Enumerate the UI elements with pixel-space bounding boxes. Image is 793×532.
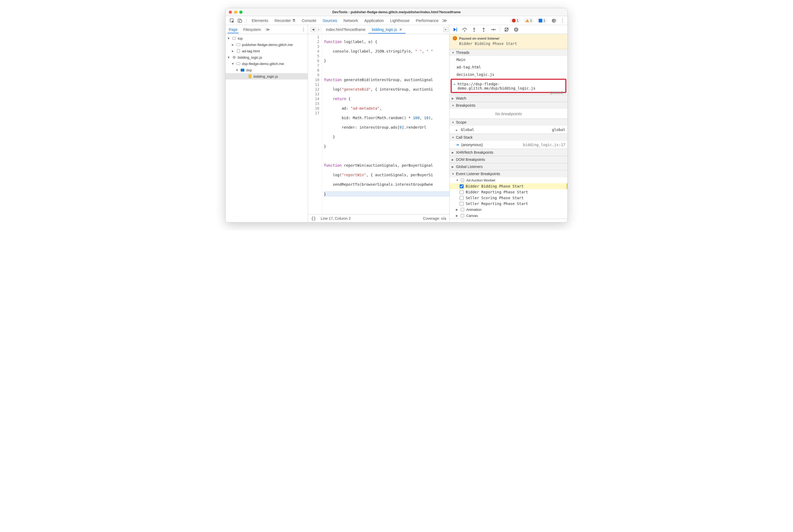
dom-bp-header[interactable]: ▶DOM Breakpoints: [450, 156, 567, 163]
tab-console[interactable]: Console: [299, 17, 319, 24]
main-area: Page Filesystem ≫ ⋮ ▼top ▶publisher-fled…: [226, 25, 567, 222]
scope-header[interactable]: ▼Scope: [450, 119, 567, 126]
watch-header[interactable]: ▶Watch: [450, 95, 567, 102]
deactivate-bp-icon[interactable]: [504, 27, 510, 33]
worklet-icon: ⚙: [232, 55, 236, 59]
tab-lighthouse[interactable]: Lighthouse: [388, 17, 412, 24]
xhr-bp-header[interactable]: ▶XHR/fetch Breakpoints: [450, 149, 567, 156]
checkbox-empty-icon[interactable]: [461, 214, 464, 217]
indeterminate-checkbox-icon[interactable]: −: [461, 178, 464, 182]
step-out-icon[interactable]: [481, 27, 487, 33]
section-scope: ▼Scope ▶ Globalglobal: [450, 119, 567, 134]
tab-elements[interactable]: Elements: [249, 17, 271, 24]
step-into-icon[interactable]: [471, 27, 477, 33]
elb-header[interactable]: ▼Event Listener Breakpoints: [450, 170, 567, 177]
elb-checkbox-3[interactable]: [460, 196, 464, 200]
editor-column: ◀ ▶ index.html?fencedframe bidding_logic…: [308, 25, 450, 222]
svg-point-7: [483, 31, 484, 32]
section-event-listener-bp: ▼Event Listener Breakpoints ▼−Ad Auction…: [450, 170, 567, 219]
elb-seller-scoring-start[interactable]: Seller Scoring Phase Start: [450, 195, 567, 201]
elb-checkbox-4[interactable]: [460, 202, 464, 206]
zoom-icon[interactable]: [239, 11, 243, 14]
tab-performance[interactable]: Performance: [413, 17, 441, 24]
tree-publisher-label: publisher-fledge-demo.glitch.me: [242, 43, 293, 47]
elb-item-4-label: Seller Reporting Phase Start: [466, 202, 528, 206]
editor-tab-index[interactable]: index.html?fencedframe: [323, 26, 369, 34]
device-toggle-icon[interactable]: [236, 17, 244, 24]
tab-network[interactable]: Network: [341, 17, 361, 24]
coverage-status: Coverage: n/a: [423, 216, 446, 221]
run-snippet-icon[interactable]: ▶: [443, 27, 448, 32]
elb-checkbox-2[interactable]: [460, 190, 464, 194]
editor-statusbar: {} Line 17, Column 2 Coverage: n/a: [308, 214, 449, 222]
code-content[interactable]: function log(label, o) { console.log(lab…: [322, 34, 449, 214]
cloud-icon: [236, 62, 240, 65]
error-count-badge[interactable]: 1: [510, 18, 521, 23]
elb-cat-canvas[interactable]: ▶Canvas: [450, 213, 567, 219]
elb-seller-reporting-start[interactable]: Seller Reporting Phase Start: [450, 201, 567, 207]
gl-header[interactable]: ▶Global Listeners: [450, 163, 567, 170]
callstack-frame[interactable]: ➔(anonymous)bidding_logic.js:17: [450, 141, 567, 149]
warning-count: 1: [530, 19, 532, 22]
step-icon[interactable]: [490, 27, 496, 33]
nav-back-icon[interactable]: ◀: [310, 27, 316, 32]
gear-icon[interactable]: [550, 17, 558, 24]
thread-main[interactable]: Main: [450, 56, 567, 63]
resume-icon[interactable]: [452, 27, 458, 33]
step-over-icon[interactable]: [462, 27, 468, 33]
kebab-menu-icon[interactable]: ⋮: [560, 18, 565, 23]
navigator-menu-icon[interactable]: ⋮: [301, 27, 306, 32]
section-breakpoints: ▼Breakpoints No breakpoints: [450, 102, 567, 119]
pretty-print-icon[interactable]: {}: [311, 216, 316, 221]
section-dom-bp: ▶DOM Breakpoints: [450, 156, 567, 163]
scope-global-label: Global: [461, 128, 474, 132]
script-icon: [249, 75, 251, 78]
scope-global[interactable]: ▶ Globalglobal: [450, 126, 567, 134]
tree-publisher-domain[interactable]: ▶publisher-fledge-demo.glitch.me: [226, 41, 308, 48]
elb-cat-label: Ad Auction Worklet: [466, 178, 495, 182]
threads-header[interactable]: ▼Threads: [450, 49, 567, 56]
paused-message: !Paused on event listener Bidder Bidding…: [450, 34, 567, 49]
line-gutter: 1234567891011121314151617: [308, 34, 322, 214]
warning-count-badge[interactable]: 1: [523, 18, 534, 23]
more-tabs-icon[interactable]: ≫: [442, 18, 447, 23]
elb-cat-animation[interactable]: ▶Animation: [450, 207, 567, 213]
subtab-filesystem[interactable]: Filesystem: [242, 26, 262, 33]
elb-bidder-reporting-start[interactable]: Bidder Reporting Phase Start: [450, 189, 567, 195]
editor-tab-bidding[interactable]: bidding_logic.js✕: [369, 26, 405, 34]
code-editor[interactable]: 1234567891011121314151617 function log(l…: [308, 34, 449, 214]
tree-bidding-root[interactable]: ▼⚙bidding_logic.js: [226, 54, 308, 60]
more-subtabs-icon[interactable]: ≫: [266, 27, 270, 32]
thread-decision[interactable]: decision_logic.js: [450, 71, 567, 78]
nav-forward-icon[interactable]: ▶: [317, 27, 321, 32]
breakpoints-header[interactable]: ▼Breakpoints: [450, 102, 567, 109]
svg-point-6: [474, 31, 475, 32]
inspect-icon[interactable]: [228, 17, 235, 24]
close-tab-icon[interactable]: ✕: [399, 27, 402, 32]
elb-checkbox-1[interactable]: [460, 184, 464, 188]
minimize-icon[interactable]: [234, 11, 237, 14]
thread-paused[interactable]: ➔ https://dsp-fledge-demo.glitch.me/dsp/…: [451, 79, 566, 93]
tree-top[interactable]: ▼top: [226, 35, 308, 41]
callstack-header[interactable]: ▼Call Stack: [450, 134, 567, 141]
tab-recorder[interactable]: Recorder ⚗: [272, 17, 298, 24]
tree-dsp-folder[interactable]: ▼dsp: [226, 67, 308, 73]
section-threads: ▼Threads Main ad-tag.html decision_logic…: [450, 49, 567, 95]
pause-exception-icon[interactable]: [513, 27, 519, 33]
thread-adtag[interactable]: ad-tag.html: [450, 63, 567, 71]
tab-sources[interactable]: Sources: [320, 17, 340, 24]
close-icon[interactable]: [229, 11, 232, 14]
main-toolbar: Elements Recorder ⚗ Console Sources Netw…: [226, 16, 567, 25]
tree-bidding-file[interactable]: bidding_logic.js: [226, 73, 308, 79]
elb-cat-adauction[interactable]: ▼−Ad Auction Worklet: [450, 177, 567, 183]
elb-bidder-bidding-start[interactable]: Bidder Bidding Phase Start: [450, 183, 567, 189]
tab-application[interactable]: Application: [362, 17, 386, 24]
tree-ad-tag[interactable]: ▶ad-tag.html: [226, 48, 308, 54]
issue-count-badge[interactable]: 1: [536, 18, 547, 23]
checkbox-empty-icon[interactable]: [461, 208, 464, 211]
elb-item-1-label: Bidder Bidding Phase Start: [466, 184, 524, 188]
elb-label: Event Listener Breakpoints: [456, 172, 500, 176]
subtab-page[interactable]: Page: [228, 26, 239, 33]
svg-point-9: [514, 27, 518, 32]
tree-dsp-domain[interactable]: ▼dsp-fledge-demo.glitch.me: [226, 60, 308, 67]
